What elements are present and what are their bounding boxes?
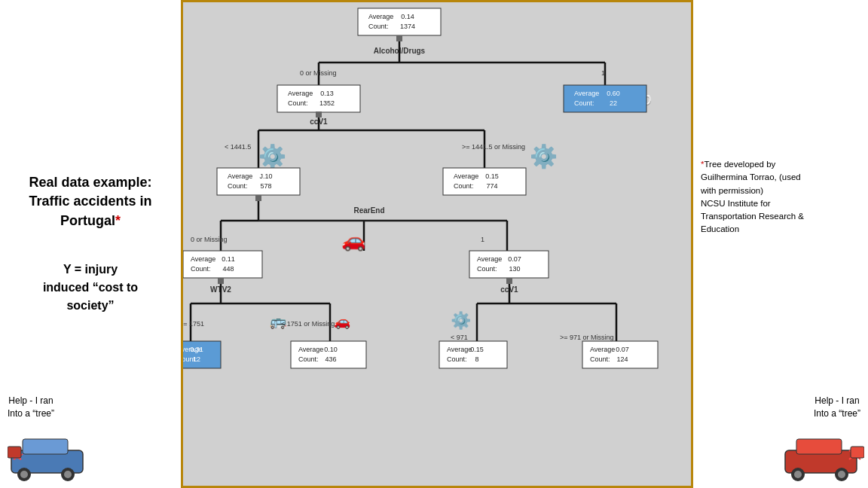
svg-rect-1 bbox=[23, 439, 68, 454]
svg-text:1: 1 bbox=[481, 236, 484, 243]
svg-text:0.10: 0.10 bbox=[324, 346, 338, 353]
svg-text:Average: Average bbox=[590, 346, 615, 353]
svg-text:1: 1 bbox=[601, 69, 605, 77]
svg-rect-75 bbox=[218, 278, 224, 284]
svg-text:0 or Missing: 0 or Missing bbox=[191, 236, 228, 243]
svg-point-5 bbox=[64, 471, 72, 478]
svg-text:124: 124 bbox=[616, 355, 628, 363]
svg-text:Count:: Count: bbox=[288, 99, 308, 107]
svg-rect-54 bbox=[255, 195, 261, 201]
svg-text:RearEnd: RearEnd bbox=[353, 206, 384, 215]
svg-text:>= 971 or Missing: >= 971 or Missing bbox=[560, 334, 614, 341]
svg-text:Count:: Count: bbox=[590, 355, 610, 363]
svg-text:0 or Missing: 0 or Missing bbox=[300, 69, 337, 77]
svg-text:Average: Average bbox=[447, 346, 472, 353]
svg-rect-8 bbox=[8, 447, 21, 458]
svg-text:8: 8 bbox=[475, 355, 478, 363]
credit-line4: NCSU Institute for bbox=[701, 199, 771, 208]
svg-text:Average: Average bbox=[477, 255, 502, 263]
svg-text:0.15: 0.15 bbox=[470, 346, 484, 353]
svg-text:0.14: 0.14 bbox=[401, 13, 414, 20]
svg-rect-77 bbox=[506, 278, 512, 284]
svg-text:0.60: 0.60 bbox=[607, 90, 620, 97]
svg-text:Count:: Count: bbox=[228, 182, 248, 190]
svg-text:< 1751 or Missing: < 1751 or Missing bbox=[281, 320, 335, 328]
svg-text:>= 1441.5 or Missing: >= 1441.5 or Missing bbox=[462, 143, 525, 151]
svg-text:Count:: Count: bbox=[574, 99, 594, 107]
svg-text:0.07: 0.07 bbox=[508, 255, 521, 263]
svg-text:436: 436 bbox=[325, 355, 336, 363]
tree-credit: *Tree developed by Guilhermina Torrao, (… bbox=[693, 151, 811, 244]
svg-rect-34 bbox=[316, 111, 322, 117]
svg-text:0.13: 0.13 bbox=[320, 90, 334, 97]
svg-text:Count:: Count: bbox=[454, 182, 474, 190]
left-title: Real data example: Traffic accidents in … bbox=[15, 173, 166, 230]
left-panel: Real data example: Traffic accidents in … bbox=[0, 0, 181, 488]
svg-text:Count:: Count: bbox=[477, 265, 497, 273]
svg-text:578: 578 bbox=[260, 182, 271, 190]
svg-rect-114 bbox=[796, 439, 842, 454]
right-panel: *Tree developed by Guilhermina Torrao, (… bbox=[693, 0, 868, 488]
left-subtitle: Y = injuryinduced “cost tosociety” bbox=[43, 261, 138, 315]
tree-svg: Average 0.14 Count: 1374 Alcohol/Drugs 🍺… bbox=[183, 2, 693, 488]
svg-text:⚙️: ⚙️ bbox=[451, 310, 472, 331]
svg-text:12: 12 bbox=[193, 355, 200, 363]
svg-text:22: 22 bbox=[610, 99, 617, 107]
svg-text:🚗: 🚗 bbox=[341, 228, 366, 252]
svg-text:🚗: 🚗 bbox=[334, 313, 351, 330]
svg-text:Count:: Count: bbox=[368, 23, 389, 30]
svg-text:0.07: 0.07 bbox=[616, 346, 629, 353]
svg-point-3 bbox=[20, 471, 28, 478]
svg-text:Count:: Count: bbox=[447, 355, 467, 363]
svg-text:1352: 1352 bbox=[319, 99, 335, 107]
help-label-left: Help - I ranInto a “tree” bbox=[8, 395, 54, 420]
credit-line1: Tree developed by bbox=[704, 160, 775, 169]
svg-text:Average: Average bbox=[368, 13, 393, 20]
title-asterisk: * bbox=[115, 213, 121, 228]
svg-text:0.31: 0.31 bbox=[190, 346, 203, 353]
svg-text:Average: Average bbox=[191, 255, 215, 263]
main-tree-area: Average 0.14 Count: 1374 Alcohol/Drugs 🍺… bbox=[181, 0, 693, 488]
svg-rect-121 bbox=[851, 447, 864, 458]
svg-text:Average: Average bbox=[288, 90, 313, 97]
svg-text:1374: 1374 bbox=[400, 23, 415, 30]
credit-line3: with permission) bbox=[701, 186, 763, 195]
svg-text:⚙️: ⚙️ bbox=[258, 143, 287, 170]
svg-text:Average: Average bbox=[574, 90, 599, 97]
svg-text:Average: Average bbox=[454, 172, 478, 180]
svg-point-116 bbox=[794, 471, 802, 478]
svg-text:0.11: 0.11 bbox=[222, 255, 235, 263]
svg-text:⚙️: ⚙️ bbox=[530, 143, 558, 170]
svg-rect-14 bbox=[396, 35, 402, 41]
credit-line2: Guilhermina Torrao, (used bbox=[701, 172, 801, 181]
svg-text:Count:: Count: bbox=[298, 355, 319, 363]
svg-text:774: 774 bbox=[486, 182, 497, 190]
svg-text:< 971: < 971 bbox=[451, 334, 468, 341]
car-image-right bbox=[781, 428, 864, 488]
svg-text:< 1441.5: < 1441.5 bbox=[225, 143, 251, 151]
help-label-right: Help - I ranInto a “tree” bbox=[814, 395, 860, 420]
svg-point-118 bbox=[838, 471, 845, 478]
credit-line5: Transportation Research & bbox=[701, 212, 804, 221]
svg-text:>= 1751: >= 1751 bbox=[183, 320, 204, 328]
svg-text:448: 448 bbox=[222, 265, 234, 273]
car-image-left bbox=[8, 428, 90, 488]
svg-text:Average: Average bbox=[228, 172, 252, 180]
svg-text:Count:: Count: bbox=[191, 265, 211, 273]
svg-text:Average: Average bbox=[298, 346, 323, 353]
svg-text:J.10: J.10 bbox=[259, 172, 272, 180]
svg-text:130: 130 bbox=[509, 265, 520, 273]
credit-line6: Education bbox=[701, 224, 739, 233]
svg-text:0.15: 0.15 bbox=[485, 172, 499, 180]
